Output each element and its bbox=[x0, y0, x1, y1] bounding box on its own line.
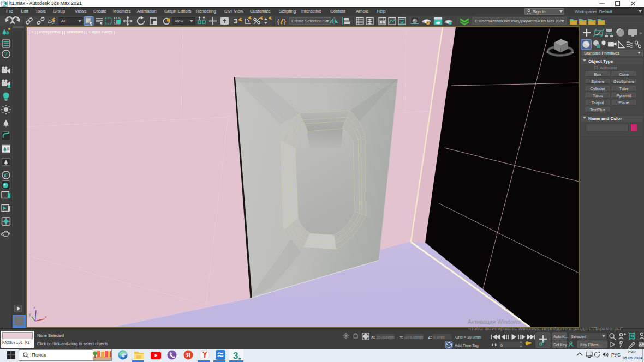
svg-text:0: 0 bbox=[500, 343, 503, 348]
svg-text:3: 3 bbox=[234, 17, 237, 25]
svg-text:3: 3 bbox=[233, 351, 238, 360]
svg-text:Z:: Z: bbox=[428, 335, 432, 340]
svg-text:?: ? bbox=[4, 51, 8, 57]
svg-text:All: All bbox=[61, 19, 66, 23]
svg-text:Set Key: Set Key bbox=[553, 343, 567, 347]
svg-text:Активация Windows: Активация Windows bbox=[468, 318, 521, 325]
svg-text:Key Filters...: Key Filters... bbox=[580, 342, 602, 347]
svg-text:Auto K...: Auto K... bbox=[553, 335, 568, 339]
svg-text:Grid = 10,0mm: Grid = 10,0mm bbox=[455, 335, 481, 340]
svg-text:Selected: Selected bbox=[571, 334, 586, 339]
svg-text:X:: X: bbox=[371, 335, 375, 340]
svg-text:Y:: Y: bbox=[399, 335, 403, 340]
svg-text:[ + ] [ Perspective ] [ Standa: [ + ] [ Perspective ] [ Standard ] [ Edg… bbox=[29, 29, 115, 34]
svg-text:0,0mm: 0,0mm bbox=[433, 335, 445, 339]
svg-text:{: { bbox=[277, 18, 279, 25]
svg-text:x: x bbox=[45, 315, 47, 319]
svg-text:View: View bbox=[175, 19, 184, 23]
svg-text:z: z bbox=[33, 306, 35, 310]
svg-text:Я: Я bbox=[186, 352, 190, 358]
svg-text:y: y bbox=[29, 312, 31, 317]
svg-text:Create Selection Se: Create Selection Se bbox=[291, 19, 328, 23]
svg-text:-273,05mm: -273,05mm bbox=[404, 335, 424, 339]
svg-text:C:\Users\kasha\OneDrive\Докуме: C:\Users\kasha\OneDrive\Документы\3ds Ma… bbox=[475, 19, 564, 23]
svg-text:Add Time Tag: Add Time Tag bbox=[455, 343, 479, 348]
svg-text:}: } bbox=[284, 18, 286, 25]
svg-text:»: » bbox=[639, 31, 642, 36]
svg-text:99,016mm: 99,016mm bbox=[377, 335, 394, 339]
